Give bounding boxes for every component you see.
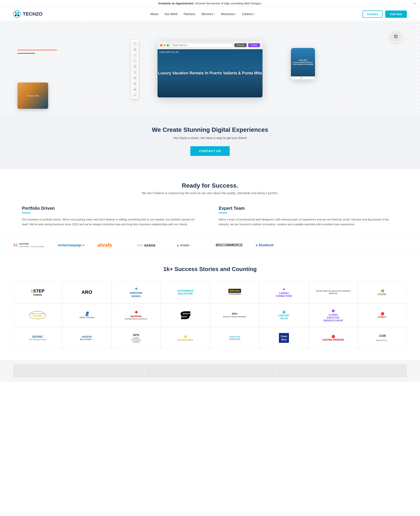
logo-cell-christie: Christie MD Functional and Aesthetic Med…: [309, 281, 358, 303]
resource-chevron-icon: ▾: [235, 13, 236, 15]
banner-text: Schedule an Appointment: Uncover the sec…: [158, 2, 262, 5]
success-section: 1k+ Success Stories and Counting 1STEP F…: [0, 255, 420, 360]
services-chevron-icon: ▾: [214, 13, 215, 15]
top-banner: Schedule an Appointment: Uncover the sec…: [0, 0, 420, 7]
logo-cell-bekn: BeKnown Communities: [210, 281, 259, 303]
toolbar-btn-7[interactable]: ✉: [133, 76, 137, 80]
phone-nav-dot-2: [302, 77, 304, 78]
ready-columns: Portfolio Driven Our business is portfol…: [22, 206, 398, 227]
nav-services[interactable]: Services ▾: [201, 12, 215, 16]
phone-screen: CASA BAY Luxury Vacation Rentals In Puer…: [291, 48, 315, 77]
value-heading: We Create Stunning Digital Experiences: [22, 126, 398, 133]
nav-resource[interactable]: Resource ▾: [221, 12, 236, 16]
logo-cell-cleanrest: CleanRest: [259, 327, 308, 349]
expert-underline: [219, 213, 227, 213]
logo-icon: [13, 10, 21, 18]
callnow-button[interactable]: Call Now: [385, 10, 407, 18]
phone-nav-dot-3: [304, 77, 305, 78]
portfolio-underline: [22, 213, 31, 213]
deco-line-orange: [17, 50, 57, 50]
toolbar-btn-6[interactable]: ≡: [133, 70, 137, 75]
logo-cell-amish: AMISH CUSTOMKITCHENS: [13, 304, 62, 326]
nav-careers[interactable]: Careers ▾: [242, 12, 255, 16]
nav-partners[interactable]: Partners: [184, 12, 195, 16]
logo-cell-bv: bfrw Beautiful Vallarta Weddings: [210, 304, 259, 326]
logo-cell-casting: 🔴 CASTING FRONTIER: [309, 327, 358, 349]
bottom-cell-2: [145, 364, 276, 377]
phone-screen-title: CASA BAY: [299, 59, 308, 61]
ready-section: Ready for Success. We don't believe in o…: [0, 169, 420, 236]
bottom-cell-1: [13, 364, 144, 377]
logo-cell-brightnight: BRIGHTNIGHT: [161, 304, 210, 326]
expert-text: We're a team of professional web designe…: [219, 217, 398, 227]
left-toolbar: + ⚙ ○ □ ⊕ ≡ ✉ ◎ ◈ ≡: [131, 40, 138, 99]
toolbar-btn-5[interactable]: ⊕: [133, 64, 137, 69]
logo-cell-ansera: ANSERA SOLUTIONS →: [62, 327, 111, 349]
browser-bar: Page Name ▾ Preview Publish: [158, 41, 262, 49]
toolbar-btn-3[interactable]: ○: [133, 53, 137, 58]
browser-url-bar[interactable]: Page Name ▾: [171, 43, 233, 47]
bottom-cell-3: [276, 364, 407, 377]
bottom-partial-row: [0, 360, 420, 382]
logo-cell-columbia: 🌿 COLUM...: [358, 281, 407, 303]
browser-preview-button[interactable]: Preview: [234, 43, 247, 47]
browser-dots: [160, 44, 169, 46]
logo-cell-cor: CORINSIGHTS C...: [358, 327, 407, 349]
photo-card-left: Casa Bay Villas: [17, 83, 48, 109]
browser-dot-red: [160, 44, 162, 46]
browser-dot-green: [167, 44, 169, 46]
partner-avada: ▲ Avada :: [176, 243, 202, 247]
ready-col-expert: Expert Team We're a team of professional…: [219, 206, 398, 227]
phone-nav-dots: [292, 77, 314, 78]
browser-publish-button[interactable]: Publish: [248, 43, 260, 47]
logo-cell-autonomous: AUTONOMOUSHEALTHCARE: [161, 281, 210, 303]
partner-bigcommerce: BIGCOMMERCE: [216, 243, 243, 247]
nav-ourwork[interactable]: Our Work: [165, 12, 178, 16]
success-heading: 1k+ Success Stories and Counting: [13, 266, 407, 273]
logo-cell-apotheka: ✚ Apothēka Healing Patient Experience: [112, 304, 161, 326]
partner-activecampaign: ActiveCampaign >: [58, 243, 84, 247]
logo-cell-cardiac: ♥ CARDIACCONNECTIONS: [259, 281, 308, 303]
svg-point-5: [16, 13, 18, 15]
browser-screen-overlay: Luxury Vacation Rentals In Puerto Vallar…: [158, 49, 262, 97]
partners-track: A2 HOSTINGOUR SPEED. YOUR SUCCESS. Activ…: [0, 242, 420, 248]
toolbar-btn-2[interactable]: ⚙: [133, 47, 137, 52]
partner-bluehost: ⊞ bluehost: [256, 243, 282, 247]
partner-ahrefs: ahrefs: [98, 242, 124, 248]
banner-close-button[interactable]: ×: [414, 2, 416, 5]
photo-card-label: Casa Bay Villas: [27, 95, 39, 97]
portfolio-title: Portfolio Driven: [22, 206, 201, 211]
logo-cell-aro: ARO: [62, 281, 111, 303]
toolbar-btn-4[interactable]: □: [133, 58, 137, 63]
contact-us-button[interactable]: CONTACT US: [190, 146, 230, 156]
logo[interactable]: TECHZO: [13, 10, 42, 18]
phone-bottom: [291, 77, 315, 79]
hero-section: D + ⚙ ○ □ ⊕ ≡ ✉ ◎ ◈ ≡ Page Name ▾ Pr: [0, 21, 420, 113]
svg-point-2: [17, 12, 19, 14]
phone-screen-text: Luxury Vacation Rentals In Puerto Vallar…: [293, 61, 313, 65]
logo-cell-casabay: 🏛 CASA BAYVILLAS: [259, 304, 308, 326]
ready-heading: Ready for Success.: [22, 182, 398, 189]
value-subtext: You have a vision, we have a way to get …: [22, 136, 398, 140]
logo-cell-1step: 1STEP FUNDING: [13, 281, 62, 303]
main-nav: About Our Work Partners Services ▾ Resou…: [150, 12, 255, 16]
svg-point-1: [15, 12, 17, 14]
svg-point-3: [15, 15, 17, 16]
photo-card-inner: Casa Bay Villas: [17, 83, 48, 109]
toolbar-btn-9[interactable]: ◈: [133, 87, 137, 92]
partner-a2hosting: A2 HOSTINGOUR SPEED. YOUR SUCCESS.: [13, 243, 45, 248]
nav-about[interactable]: About: [150, 12, 158, 16]
browser-dot-yellow: [163, 44, 165, 46]
toolbar-btn-8[interactable]: ◎: [133, 81, 137, 86]
logo-cell-canal: Canal Vista Family Dental: [210, 327, 259, 349]
logo-grid: 1STEP FUNDING ARO ✈ AIRBORNEWORKS AUTONO…: [13, 281, 407, 349]
nav-actions: Contact Call Now: [362, 10, 407, 18]
toolbar-btn-10[interactable]: ≡: [133, 92, 137, 97]
logo-cell-abbey: 👤 Abbey Thrasher: [62, 304, 111, 326]
toolbar-btn-1[interactable]: +: [133, 41, 137, 46]
careers-chevron-icon: ▾: [254, 13, 255, 15]
contact-button[interactable]: Contact: [362, 10, 382, 18]
partners-section: A2 HOSTINGOUR SPEED. YOUR SUCCESS. Activ…: [0, 236, 420, 255]
portfolio-text: Our business is portfolio driven. We're …: [22, 217, 201, 227]
svg-point-4: [17, 15, 19, 16]
